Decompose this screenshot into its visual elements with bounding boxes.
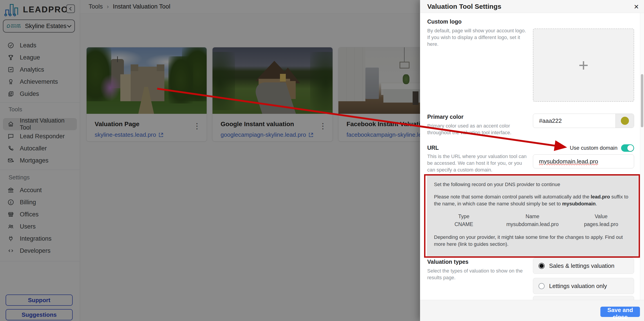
panel-header: Valuation Tool Settings ✕ xyxy=(420,0,644,13)
primary-color-input[interactable]: #aaa222 xyxy=(533,114,634,128)
panel-scrollbar-track[interactable] xyxy=(640,13,644,300)
valuation-types-description: Select the types of valuation to show on… xyxy=(427,268,529,281)
option-sales-and-lettings[interactable]: Sales & lettings valuation xyxy=(533,258,634,274)
dns-record-table: Type Name Value CNAME mysubdomain.lead.p… xyxy=(434,213,631,228)
custom-domain-toggle-row: Use custom domain xyxy=(533,144,634,152)
url-heading: URL xyxy=(427,145,439,151)
custom-logo-heading: Custom logo xyxy=(427,18,462,25)
dns-col-type-header: Type xyxy=(434,213,494,220)
close-icon[interactable]: ✕ xyxy=(632,3,640,11)
app-window: LEADPRO SKYLINE ESTATES Skyline Estates … xyxy=(0,0,644,321)
url-description: This is the URL where your valuation too… xyxy=(427,153,529,173)
custom-logo-description: By default, page will show your account … xyxy=(427,27,529,48)
toggle-knob xyxy=(627,145,634,151)
radio-checked-icon[interactable] xyxy=(538,263,544,269)
dns-note: Please note that some domain control pan… xyxy=(434,193,631,207)
valuation-tool-settings-panel: Valuation Tool Settings ✕ Custom logo By… xyxy=(420,0,644,321)
color-swatch-button[interactable] xyxy=(616,114,634,128)
panel-footer: Save and close xyxy=(420,300,644,321)
plus-icon: + xyxy=(578,55,588,75)
logo-upload-dropzone[interactable]: + xyxy=(533,28,634,102)
valuation-types-heading: Valuation types xyxy=(427,259,468,265)
dns-footer-note: Depending on your provider, it might tak… xyxy=(434,234,631,248)
custom-domain-toggle-label: Use custom domain xyxy=(570,145,618,151)
radio-unchecked-icon[interactable] xyxy=(538,283,544,289)
dns-record-type: CNAME xyxy=(434,221,494,228)
dns-record-name: mysubdomain.lead.pro xyxy=(494,221,571,228)
dns-col-value-header: Value xyxy=(571,213,631,220)
color-swatch xyxy=(621,117,629,125)
dns-record-value: pages.lead.pro xyxy=(571,221,631,228)
option-lettings-only[interactable]: Lettings valuation only xyxy=(533,278,634,294)
primary-color-description: Primary color used as an accent color th… xyxy=(427,123,529,136)
dns-line1: Set the following record on your DNS pro… xyxy=(434,181,631,188)
panel-title: Valuation Tool Settings xyxy=(427,3,501,10)
custom-domain-input[interactable]: mysubdomain.lead.pro xyxy=(533,155,634,168)
dns-col-name-header: Name xyxy=(494,213,571,220)
custom-domain-toggle[interactable] xyxy=(621,144,634,152)
primary-color-value: #aaa222 xyxy=(533,114,616,128)
primary-color-heading: Primary color xyxy=(427,114,464,120)
panel-scrollbar-thumb[interactable] xyxy=(641,74,643,127)
modal-backdrop[interactable] xyxy=(0,0,420,321)
save-and-close-button[interactable]: Save and close xyxy=(600,307,640,317)
dns-instructions-box: Set the following record on your DNS pro… xyxy=(427,175,638,256)
